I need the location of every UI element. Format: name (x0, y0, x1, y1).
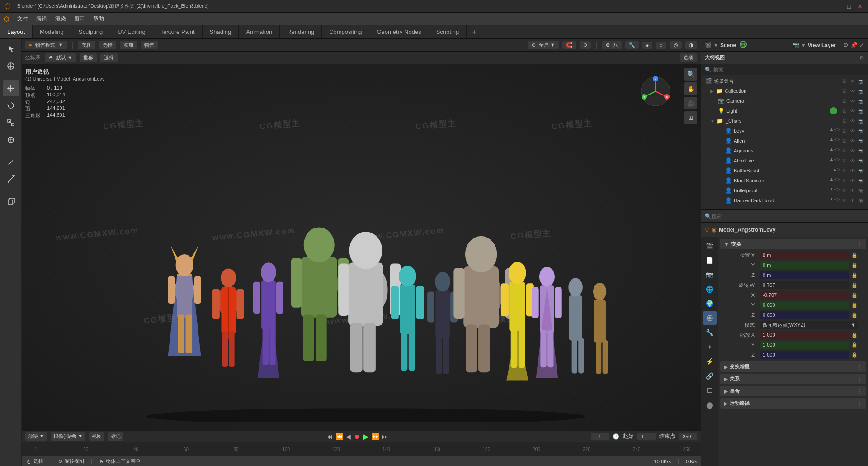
scale-x-lock[interactable]: 🔒 (851, 332, 858, 338)
add-workspace-button[interactable]: + (467, 28, 481, 36)
scale-z-dots[interactable]: ⋮ (859, 352, 864, 358)
pos-z-lock[interactable]: 🔒 (851, 272, 858, 278)
select-type[interactable]: 选择 (100, 53, 118, 62)
tab-render[interactable]: 🎬 (703, 239, 717, 252)
tab-shading[interactable]: Shading (203, 25, 239, 38)
add-menu[interactable]: 添加 (120, 41, 137, 49)
rot-x-value[interactable]: -0.707 (760, 291, 849, 299)
blacksamson-cam[interactable]: 📷 (857, 177, 864, 184)
section-collection-header[interactable]: ▶ 集合 ⋮ (720, 386, 866, 396)
tab-compositing[interactable]: Compositing (322, 25, 369, 38)
view-menu[interactable]: 视图 (78, 41, 95, 49)
tab-modifier[interactable]: 🔧 (703, 326, 717, 339)
add-cube-tool[interactable] (3, 193, 19, 209)
measure-tool[interactable] (3, 171, 19, 187)
tab-layout[interactable]: Layout (0, 25, 33, 38)
damiendarkblood-cam[interactable]: 📷 (857, 197, 864, 204)
view-dropdown[interactable]: 视图 (89, 432, 104, 441)
damiendarkblood-eye[interactable]: 👁 (849, 197, 856, 204)
levy-cb[interactable]: ☑ (841, 127, 848, 134)
playback-dropdown[interactable]: 放映 ▼ (25, 432, 47, 441)
outliner-search[interactable]: 🔍 (701, 64, 868, 75)
proportional-edit[interactable]: ⊙ (580, 41, 591, 49)
rot-y-dots[interactable]: ⋮ (859, 302, 864, 308)
pos-x-dots[interactable]: ⋮ (859, 252, 864, 258)
cursor-tool[interactable] (3, 58, 19, 74)
play-btn[interactable]: ▶ (363, 432, 369, 442)
atomeve-cam[interactable]: 📷 (857, 157, 864, 164)
rot-x-dots[interactable]: ⋮ (859, 292, 864, 298)
pos-x-lock[interactable]: 🔒 (851, 252, 858, 258)
tab-data[interactable] (703, 384, 717, 397)
pin-icon[interactable]: 📌 (850, 42, 858, 48)
camera-tool[interactable]: 🎥 (684, 97, 697, 109)
damiendarkblood-cb[interactable]: ☑ (841, 197, 848, 204)
chars-cb[interactable]: ☑ (841, 117, 848, 124)
expand-icon[interactable]: ⤢ (859, 42, 864, 48)
blacksamson-eye[interactable]: 👁 (849, 177, 856, 184)
close-button[interactable]: ✕ (856, 3, 863, 10)
current-frame[interactable]: 1 (591, 433, 609, 440)
outliner-light[interactable]: 💡 Light Light ☑ 👁 📷 (701, 106, 868, 116)
vis-checkbox[interactable]: ☑ (841, 77, 848, 85)
pan-tool[interactable]: ✋ (684, 82, 697, 95)
scale-x-value[interactable]: 1.000 (760, 331, 849, 339)
navigation-gizmo[interactable]: Z X Y (637, 73, 674, 109)
jump-end-btn[interactable]: ⏭ (382, 433, 388, 440)
scale-y-value[interactable]: 1.000 (760, 341, 849, 349)
pos-z-dots[interactable]: ⋮ (859, 272, 864, 278)
filter-icon[interactable]: ⚙ (843, 42, 849, 48)
battlebeast-cam[interactable]: 📷 (857, 167, 864, 174)
cam-cb[interactable]: ☑ (841, 97, 848, 105)
object-menu[interactable]: 物体 (141, 41, 158, 49)
viewport-shading-rendered[interactable]: ◎ (670, 41, 682, 49)
scale-y-dots[interactable]: ⋮ (859, 342, 864, 348)
tab-scene[interactable]: 🌐 (703, 282, 717, 296)
battlebeast-cb[interactable]: ☑ (841, 167, 848, 174)
tab-physics[interactable]: ⚡ (703, 355, 717, 368)
menu-edit[interactable]: 编辑 (33, 13, 51, 24)
select-tool[interactable] (3, 41, 19, 57)
coord-dropdown[interactable]: ⊕ 默认 ▼ (45, 53, 76, 62)
menu-render[interactable]: 渲染 (52, 13, 70, 24)
timeline-bar[interactable]: 1 20 40 60 80 100 120 140 160 180 200 22… (22, 442, 701, 456)
aquarius-cb[interactable]: ☑ (841, 147, 848, 154)
rot-x-lock[interactable]: 🔒 (851, 292, 858, 298)
pos-x-value[interactable]: 0 m (760, 251, 849, 259)
tab-animation[interactable]: Animation (239, 25, 280, 38)
chars-eye[interactable]: 👁 (849, 117, 856, 124)
outliner-aquarius[interactable]: 👤 Aquarius ▲▽▷ ☑ 👁 📷 (701, 146, 868, 156)
scale-x-dots[interactable]: ⋮ (859, 332, 864, 338)
tab-particles[interactable]: ✦ (703, 340, 717, 354)
tab-object[interactable] (703, 311, 717, 325)
tab-view-layer[interactable]: 📷 (703, 268, 717, 281)
frame-start-input[interactable]: 1 (637, 433, 656, 440)
menu-help[interactable]: 帮助 (90, 13, 108, 24)
outliner-atomeve[interactable]: 👤 AtomEve ▲▽▷ ☑ 👁 📷 (701, 156, 868, 166)
chars-arrow[interactable]: ▼ (710, 119, 715, 124)
maximize-button[interactable]: □ (845, 3, 853, 10)
battlebeast-eye[interactable]: 👁 (849, 167, 856, 174)
next-frame-btn[interactable]: ⏩ (372, 433, 379, 440)
levy-cam[interactable]: 📷 (857, 127, 864, 134)
col-checkbox[interactable]: ☑ (841, 87, 848, 95)
outliner-camera[interactable]: 📷 Camera ☑ 👁 📷 (701, 96, 868, 106)
tab-geometry-nodes[interactable]: Geometry Nodes (369, 25, 429, 38)
allen-cb[interactable]: ☑ (841, 137, 848, 144)
cam-cam[interactable]: 📷 (857, 97, 864, 105)
outliner-collection[interactable]: ▶ 📁 Collection ☑ 👁 📷 (701, 86, 868, 96)
collection-arrow[interactable]: ▶ (710, 89, 714, 94)
outliner-damiendarkblood[interactable]: 👤 DamienDarkBlood ▲▽▷ ☑ 👁 📷 (701, 195, 868, 205)
record-btn[interactable]: ⏺ (354, 433, 360, 440)
bulletproof-cb[interactable]: ☑ (841, 187, 848, 194)
rot-z-value[interactable]: 0.000 (760, 311, 849, 319)
viewport-shading-solid[interactable]: ● (642, 42, 653, 49)
section-delta-header[interactable]: ▶ 变换增量 ⋮ (720, 361, 866, 372)
atomeve-cb[interactable]: ☑ (841, 157, 848, 164)
atomeve-eye[interactable]: 👁 (849, 157, 856, 164)
chars-cam[interactable]: 📷 (857, 117, 864, 124)
mode-value[interactable]: 四元数运算(WXYZ) ▼ (760, 321, 858, 329)
rot-y-value[interactable]: 0.000 (760, 301, 849, 309)
allen-eye[interactable]: 👁 (849, 137, 856, 144)
pos-y-lock[interactable]: 🔒 (851, 262, 858, 268)
